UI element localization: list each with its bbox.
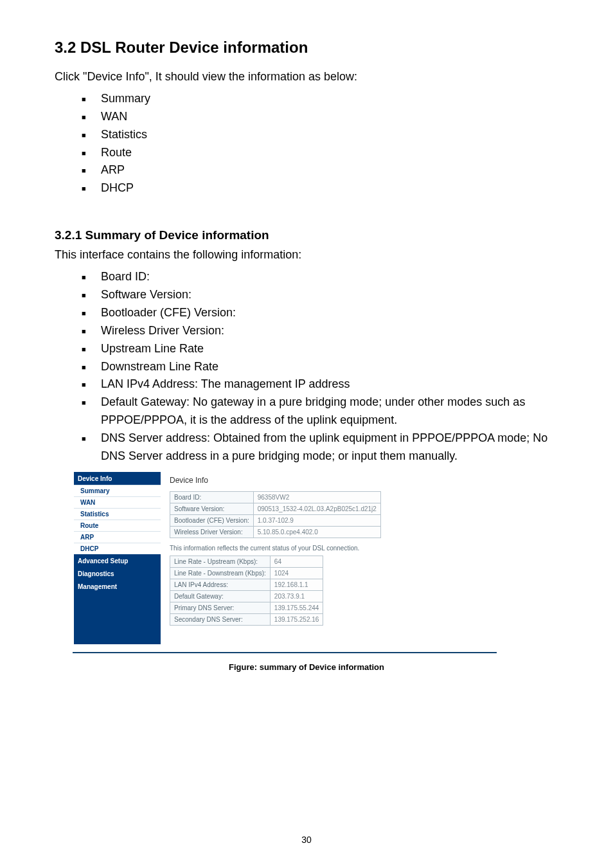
- bullet-item: Default Gateway: No gateway in a pure br…: [82, 393, 558, 429]
- cell-label: Board ID:: [170, 491, 254, 503]
- table-row: Line Rate - Downstream (Kbps):1024: [170, 567, 323, 579]
- status-table: Line Rate - Upstream (Kbps):64 Line Rate…: [170, 556, 323, 626]
- sidebar-item-statistics[interactable]: Statistics: [74, 508, 161, 520]
- table-row: Software Version:090513_1532-4.02L.03.A2…: [170, 503, 381, 514]
- cell-label: Secondary DNS Server:: [170, 613, 271, 625]
- cell-value: 192.168.1.1: [270, 579, 323, 590]
- cell-label: Default Gateway:: [170, 590, 271, 602]
- bullet-item: ARP: [82, 161, 558, 179]
- cell-value: 96358VW2: [253, 491, 380, 503]
- cell-label: Software Version:: [170, 503, 254, 514]
- bullet-item: Upstream Line Rate: [82, 340, 558, 358]
- status-note: This information reflects the current st…: [170, 545, 381, 552]
- cell-label: Line Rate - Upstream (Kbps):: [170, 556, 271, 567]
- bullet-item: Statistics: [82, 126, 558, 144]
- cell-label: Line Rate - Downstream (Kbps):: [170, 567, 271, 579]
- bullet-item: Downstream Line Rate: [82, 358, 558, 376]
- bullet-item: Software Version:: [82, 286, 558, 304]
- bullet-item: Route: [82, 144, 558, 162]
- sidebar-filler: [74, 593, 161, 644]
- bullet-item: DHCP: [82, 179, 558, 197]
- bullet-item: Wireless Driver Version:: [82, 322, 558, 340]
- table-row: Wireless Driver Version:5.10.85.0.cpe4.4…: [170, 526, 381, 538]
- cell-value: 1.0.37-102.9: [253, 514, 380, 526]
- table-row: Default Gateway:203.73.9.1: [170, 590, 323, 602]
- sidebar-header-device-info[interactable]: Device Info: [74, 472, 161, 485]
- section-heading: 3.2 DSL Router Device information: [55, 39, 558, 57]
- table-row: Primary DNS Server:139.175.55.244: [170, 602, 323, 613]
- bullet-item: Summary: [82, 90, 558, 108]
- device-info-table: Board ID:96358VW2 Software Version:09051…: [170, 491, 381, 538]
- cell-value: 139.175.55.244: [270, 602, 323, 613]
- table-row: Bootloader (CFE) Version:1.0.37-102.9: [170, 514, 381, 526]
- screenshot-panel: Device Info Summary WAN Statistics Route…: [74, 472, 558, 644]
- sidebar-item-summary[interactable]: Summary: [74, 485, 161, 496]
- sidebar-item-wan[interactable]: WAN: [74, 496, 161, 508]
- table-row: Line Rate - Upstream (Kbps):64: [170, 556, 323, 567]
- cell-label: LAN IPv4 Address:: [170, 579, 271, 590]
- cell-value: 64: [270, 556, 323, 567]
- page-number: 30: [0, 835, 613, 845]
- sidebar-item-arp[interactable]: ARP: [74, 531, 161, 543]
- content-title: Device Info: [170, 476, 381, 485]
- table-row: Board ID:96358VW2: [170, 491, 381, 503]
- cell-value: 090513_1532-4.02L.03.A2pB025c1.d21j2: [253, 503, 380, 514]
- bullet-item: Bootloader (CFE) Version:: [82, 304, 558, 322]
- cell-label: Wireless Driver Version:: [170, 526, 254, 538]
- bullet-list-1: Summary WAN Statistics Route ARP DHCP: [82, 90, 558, 197]
- cell-label: Primary DNS Server:: [170, 602, 271, 613]
- cell-value: 139.175.252.16: [270, 613, 323, 625]
- divider: [73, 652, 497, 653]
- cell-value: 203.73.9.1: [270, 590, 323, 602]
- table-row: LAN IPv4 Address:192.168.1.1: [170, 579, 323, 590]
- sidebar-item-dhcp[interactable]: DHCP: [74, 543, 161, 554]
- sidebar-header-diagnostics[interactable]: Diagnostics: [74, 567, 161, 580]
- cell-label: Bootloader (CFE) Version:: [170, 514, 254, 526]
- intro-text-1: Click "Device Info", It should view the …: [55, 68, 558, 86]
- sidebar-item-route[interactable]: Route: [74, 520, 161, 531]
- content-panel: Device Info Board ID:96358VW2 Software V…: [161, 472, 390, 644]
- sidebar-header-advanced-setup[interactable]: Advanced Setup: [74, 554, 161, 567]
- bullet-item: DNS Server address: Obtained from the up…: [82, 429, 558, 466]
- subsection-heading: 3.2.1 Summary of Device information: [55, 228, 558, 242]
- table-row: Secondary DNS Server:139.175.252.16: [170, 613, 323, 625]
- cell-value: 5.10.85.0.cpe4.402.0: [253, 526, 380, 538]
- sidebar-header-management[interactable]: Management: [74, 580, 161, 593]
- figure-caption: Figure: summary of Device information: [55, 662, 558, 672]
- bullet-item: WAN: [82, 108, 558, 126]
- cell-value: 1024: [270, 567, 323, 579]
- intro-text-2: This interface contains the following in…: [55, 246, 558, 264]
- bullet-item: Board ID:: [82, 268, 558, 286]
- bullet-item: LAN IPv4 Address: The management IP addr…: [82, 375, 558, 393]
- bullet-list-2: Board ID: Software Version: Bootloader (…: [82, 268, 558, 466]
- sidebar: Device Info Summary WAN Statistics Route…: [74, 472, 161, 644]
